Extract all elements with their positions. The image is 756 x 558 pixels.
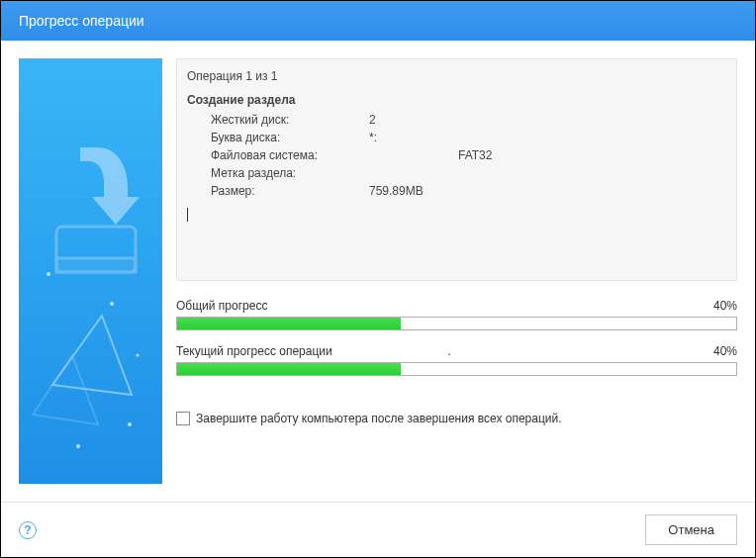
detail-row-disk: Жесткий диск: 2 (187, 111, 726, 129)
disk-value: 2 (369, 111, 458, 129)
svg-rect-1 (56, 258, 136, 272)
titlebar: Прогресс операции (1, 1, 755, 41)
overall-progress-percent: 40% (713, 299, 737, 313)
size-value: 759.89MB (369, 182, 458, 200)
fs-value: FAT32 (458, 146, 492, 164)
main-row: Операция 1 из 1 Создание раздела Жесткий… (19, 58, 737, 484)
svg-point-5 (76, 444, 80, 448)
operation-title: Создание раздела (187, 91, 726, 109)
svg-point-2 (110, 302, 114, 306)
overall-progress-label: Общий прогресс (176, 299, 267, 313)
svg-point-3 (47, 272, 50, 276)
detail-row-size: Размер: 759.89MB (187, 182, 726, 200)
shutdown-checkbox[interactable] (176, 412, 190, 425)
help-icon[interactable]: ? (19, 521, 37, 539)
disk-label: Жесткий диск: (211, 111, 369, 129)
shutdown-checkbox-label: Завершите работу компьютера после заверш… (196, 412, 562, 425)
operation-counter: Операция 1 из 1 (187, 67, 726, 85)
current-progress-block: Текущий прогресс операции . 40% (176, 344, 737, 376)
detail-row-letter: Буква диска: *: (187, 129, 726, 146)
svg-point-4 (137, 354, 140, 357)
size-label: Размер: (211, 182, 369, 200)
volume-value (369, 164, 458, 182)
side-illustration (19, 58, 162, 484)
letter-value: *: (369, 129, 458, 146)
overall-progress-bar (176, 317, 737, 330)
volume-label: Метка раздела: (211, 164, 369, 182)
letter-label: Буква диска: (211, 129, 369, 146)
progress-section: Общий прогресс 40% Текущий прогресс опер… (176, 299, 737, 390)
content-column: Операция 1 из 1 Создание раздела Жесткий… (176, 58, 737, 484)
text-cursor (187, 208, 188, 222)
current-progress-header: Текущий прогресс операции . 40% (176, 344, 737, 358)
overall-progress-block: Общий прогресс 40% (176, 299, 737, 330)
current-progress-label: Текущий прогресс операции . (176, 344, 451, 358)
dialog-body: Операция 1 из 1 Создание раздела Жесткий… (1, 41, 755, 502)
cancel-button[interactable]: Отмена (645, 514, 737, 545)
fs-label: Файловая система: (211, 146, 369, 164)
svg-point-6 (128, 422, 132, 426)
shutdown-checkbox-row[interactable]: Завершите работу компьютера после заверш… (176, 412, 737, 425)
overall-progress-fill (177, 318, 401, 329)
current-progress-fill (177, 363, 401, 375)
operation-info-box: Операция 1 из 1 Создание раздела Жесткий… (176, 58, 737, 281)
current-progress-percent: 40% (713, 344, 737, 358)
overall-progress-header: Общий прогресс 40% (176, 299, 737, 313)
window-title: Прогресс операции (19, 13, 144, 29)
detail-row-volume: Метка раздела: (187, 164, 726, 182)
detail-row-fs: Файловая система: FAT32 (187, 146, 726, 164)
dialog-footer: ? Отмена (1, 502, 755, 557)
current-progress-bar (176, 362, 737, 376)
progress-dialog: Прогресс операции (0, 0, 756, 558)
fs-value-blank (369, 146, 458, 164)
